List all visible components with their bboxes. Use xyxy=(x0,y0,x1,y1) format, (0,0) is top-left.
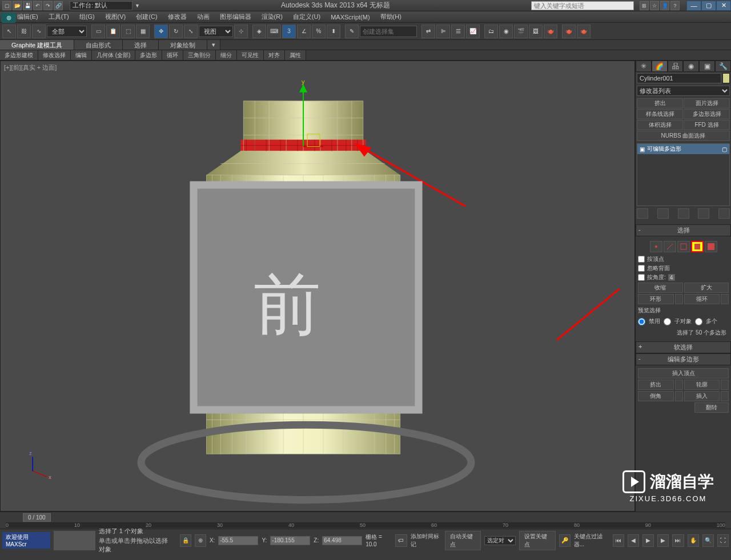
abs-rel-icon[interactable]: ⊕ xyxy=(195,534,206,547)
subobj-element[interactable] xyxy=(705,241,717,252)
add-time-tag-label[interactable]: 添加时间标记 xyxy=(411,533,441,549)
edit-named-sel-icon[interactable]: ✎ xyxy=(345,25,359,38)
selection-filter[interactable]: 全部 xyxy=(47,26,87,37)
shrink-button[interactable]: 收缩 xyxy=(638,283,683,293)
subtab-properties[interactable]: 属性 xyxy=(285,50,306,60)
menu-modifiers[interactable]: 修改器 xyxy=(168,13,187,21)
grow-button[interactable]: 扩大 xyxy=(684,283,729,293)
ignore-backfacing-checkbox[interactable] xyxy=(638,265,645,272)
viewport-nav-max-icon[interactable]: ⛶ xyxy=(717,534,729,547)
render-icon[interactable]: 🫖 xyxy=(544,25,557,38)
mod-poly-sel[interactable]: 多边形选择 xyxy=(684,109,730,119)
panel-tab-utilities[interactable]: 🔧 xyxy=(715,61,731,72)
mini-curve-editor[interactable] xyxy=(54,531,95,550)
viewport[interactable]: [+][前][真实 + 边面] xyxy=(0,61,635,511)
ribbon-expand-icon[interactable]: ▾ xyxy=(207,40,220,50)
select-object-icon[interactable]: ▭ xyxy=(91,25,105,38)
subtab-poly-model[interactable]: 多边形建模 xyxy=(0,50,38,60)
close-button[interactable]: ✕ xyxy=(716,1,731,11)
subtab-geometry[interactable]: 几何体 (全部) xyxy=(92,50,135,60)
undo-icon[interactable]: ↶ xyxy=(33,1,42,10)
insert-vertex-button[interactable]: 插入顶点 xyxy=(638,368,729,378)
bind-icon[interactable]: ∿ xyxy=(32,25,46,38)
by-angle-checkbox[interactable] xyxy=(638,274,645,281)
window-crossing-icon[interactable]: ▦ xyxy=(136,25,150,38)
selected-filter-dropdown[interactable]: 选定对 xyxy=(484,536,516,545)
prev-frame-icon[interactable]: ◀ xyxy=(628,534,639,547)
new-icon[interactable]: ▢ xyxy=(2,1,11,10)
panel-tab-modify[interactable]: 🌈 xyxy=(652,61,668,72)
select-rotate-icon[interactable]: ↻ xyxy=(169,25,183,38)
mod-vol-sel[interactable]: 体积选择 xyxy=(637,120,683,130)
render-prod-icon[interactable]: 🫖 xyxy=(562,25,576,38)
mod-spline-sel[interactable]: 样条线选择 xyxy=(637,109,683,119)
loop-spinner[interactable] xyxy=(721,294,729,304)
rollout-soft-selection-header[interactable]: +软选择 xyxy=(636,341,731,353)
curve-editor-icon[interactable]: 📈 xyxy=(466,25,480,38)
subtab-modify-sel[interactable]: 修改选择 xyxy=(38,50,71,60)
bevel-button[interactable]: 倒角 xyxy=(638,391,674,401)
open-icon[interactable]: 📂 xyxy=(13,1,22,10)
rollout-edit-poly-header[interactable]: -编辑多边形 xyxy=(636,353,731,365)
next-frame-icon[interactable]: ▶ xyxy=(657,534,669,547)
link-icon[interactable]: 🔗 xyxy=(54,1,63,10)
goto-end-icon[interactable]: ⏭ xyxy=(672,534,684,547)
mod-extrude[interactable]: 挤出 xyxy=(637,98,683,108)
insert-settings[interactable] xyxy=(721,391,729,401)
angle-spinner[interactable] xyxy=(668,274,675,281)
mod-patch-sel[interactable]: 面片选择 xyxy=(684,98,730,108)
menu-animation[interactable]: 动画 xyxy=(197,13,210,21)
menu-tools[interactable]: 工具(T) xyxy=(49,13,69,21)
remove-mod-icon[interactable] xyxy=(698,208,709,219)
mod-nurbs-sel[interactable]: NURBS 曲面选择 xyxy=(637,131,730,141)
time-tag-icon[interactable]: 🏷 xyxy=(395,534,407,547)
select-scale-icon[interactable]: ⤡ xyxy=(184,25,198,38)
object-color-swatch[interactable] xyxy=(722,73,730,83)
stack-bulb-icon[interactable]: ▢ xyxy=(722,146,727,152)
star-icon[interactable]: ☆ xyxy=(650,1,659,10)
ribbon-tab-graphite[interactable]: Graphite 建模工具 xyxy=(0,40,74,50)
select-move-icon[interactable]: ✥ xyxy=(154,25,168,38)
viewport-nav-zoom-icon[interactable]: 🔍 xyxy=(702,534,714,547)
use-pivot-icon[interactable]: ⊹ xyxy=(234,25,248,38)
panel-tab-display[interactable]: ▣ xyxy=(699,61,715,72)
coord-y[interactable] xyxy=(270,536,310,545)
flip-button[interactable]: 翻转 xyxy=(694,402,729,413)
panel-tab-motion[interactable]: ◉ xyxy=(683,61,699,72)
select-manipulate-icon[interactable]: ◈ xyxy=(252,25,266,38)
preview-multi-radio[interactable] xyxy=(695,318,702,325)
select-by-name-icon[interactable]: 📋 xyxy=(106,25,120,38)
menu-views[interactable]: 视图(V) xyxy=(105,13,126,21)
menu-help[interactable]: 帮助(H) xyxy=(380,13,401,21)
material-editor-icon[interactable]: ◉ xyxy=(499,25,513,38)
lock-selection-icon[interactable]: 🔒 xyxy=(180,534,191,547)
subtab-edit[interactable]: 编辑 xyxy=(71,50,92,60)
save-icon[interactable]: 💾 xyxy=(23,1,32,10)
mod-ffd-sel[interactable]: FFD 选择 xyxy=(684,120,730,130)
coord-x[interactable] xyxy=(218,536,258,545)
play-icon[interactable]: ▶ xyxy=(642,534,654,547)
maximize-button[interactable]: ▢ xyxy=(701,1,716,11)
ribbon-tab-paint[interactable]: 对象绘制 xyxy=(159,40,207,50)
minimize-button[interactable]: — xyxy=(686,1,701,11)
named-selection-set[interactable] xyxy=(360,26,417,37)
bevel-settings[interactable] xyxy=(675,391,683,401)
subtab-visibility[interactable]: 可见性 xyxy=(237,50,264,60)
modifier-stack[interactable]: ▣ 可编辑多边形 ▢ xyxy=(637,143,730,206)
subtab-align[interactable]: 对齐 xyxy=(264,50,285,60)
modifier-list-dropdown[interactable]: 修改器列表 xyxy=(637,86,730,96)
select-link-icon[interactable]: ↖ xyxy=(2,25,16,38)
preview-disable-radio[interactable] xyxy=(638,318,645,325)
menu-group[interactable]: 组(G) xyxy=(79,13,95,21)
viewport-label[interactable]: [+][前][真实 + 边面] xyxy=(4,63,57,72)
ref-coord-system[interactable]: 视图 xyxy=(199,26,233,37)
extrude-settings[interactable] xyxy=(675,380,683,390)
render-setup-icon[interactable]: 🎬 xyxy=(514,25,528,38)
extrude-button[interactable]: 挤出 xyxy=(638,380,674,390)
workspace-dropdown[interactable] xyxy=(70,1,132,10)
pin-stack-icon[interactable] xyxy=(637,208,648,219)
subobj-vertex[interactable] xyxy=(650,241,662,252)
redo-icon[interactable]: ↷ xyxy=(43,1,53,10)
layers-icon[interactable]: ☰ xyxy=(451,25,465,38)
time-slider[interactable]: 0 / 100 xyxy=(23,513,51,522)
